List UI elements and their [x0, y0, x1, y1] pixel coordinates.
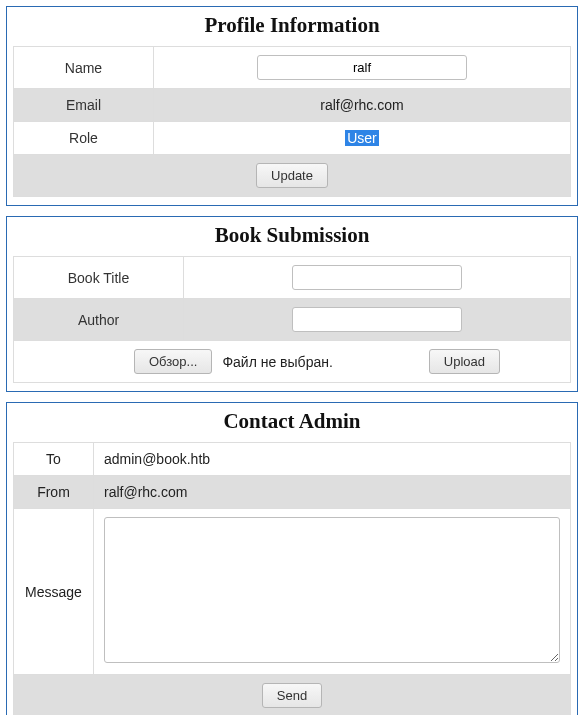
- profile-role-label: Role: [14, 122, 154, 155]
- profile-panel: Profile Information Name Email ralf@rhc.…: [6, 6, 578, 206]
- book-table: Book Title Author Обзор... Файл не выбра…: [13, 256, 571, 383]
- book-panel: Book Submission Book Title Author Обзор.…: [6, 216, 578, 392]
- contact-message-label: Message: [14, 509, 94, 675]
- update-button[interactable]: Update: [256, 163, 328, 188]
- send-button[interactable]: Send: [262, 683, 322, 708]
- contact-title: Contact Admin: [13, 409, 571, 434]
- profile-email-value: ralf@rhc.com: [154, 89, 571, 122]
- profile-name-input[interactable]: [257, 55, 467, 80]
- contact-from-label: From: [14, 476, 94, 509]
- book-title-input[interactable]: [292, 265, 462, 290]
- book-author-label: Author: [14, 299, 184, 341]
- contact-message-textarea[interactable]: [104, 517, 560, 663]
- profile-table: Name Email ralf@rhc.com Role User Update: [13, 46, 571, 197]
- file-status-text: Файл не выбран.: [222, 354, 332, 370]
- profile-title: Profile Information: [13, 13, 571, 38]
- profile-role-value: User: [345, 130, 379, 146]
- profile-email-label: Email: [14, 89, 154, 122]
- browse-button[interactable]: Обзор...: [134, 349, 212, 374]
- contact-to-label: To: [14, 443, 94, 476]
- contact-to-value: admin@book.htb: [94, 443, 571, 476]
- upload-button[interactable]: Upload: [429, 349, 500, 374]
- book-title-label: Book Title: [14, 257, 184, 299]
- book-author-input[interactable]: [292, 307, 462, 332]
- contact-from-value: ralf@rhc.com: [94, 476, 571, 509]
- contact-panel: Contact Admin To admin@book.htb From ral…: [6, 402, 578, 715]
- profile-name-label: Name: [14, 47, 154, 89]
- book-title: Book Submission: [13, 223, 571, 248]
- contact-table: To admin@book.htb From ralf@rhc.com Mess…: [13, 442, 571, 715]
- file-row: Обзор... Файл не выбран. Upload: [24, 349, 560, 374]
